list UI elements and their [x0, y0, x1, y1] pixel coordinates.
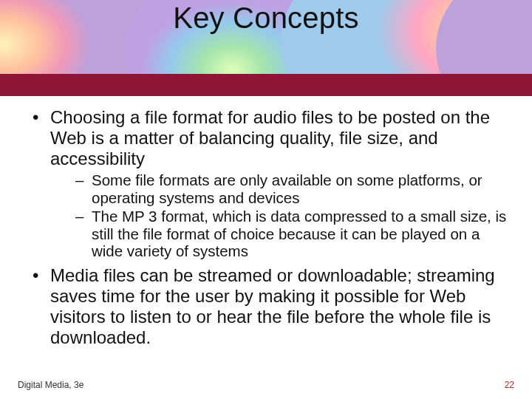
footer-source: Digital Media, 3e — [18, 380, 83, 390]
slide-title: Key Concepts — [0, 1, 532, 35]
bullet-item: Media files can be streamed or downloada… — [28, 265, 507, 347]
sub-bullet-item: Some file formats are only available on … — [50, 171, 507, 206]
bullet-list: Choosing a file format for audio files t… — [28, 107, 507, 348]
footer-page-number: 22 — [505, 380, 514, 390]
slide-body: Choosing a file format for audio files t… — [28, 107, 507, 352]
bullet-text: Choosing a file format for audio files t… — [50, 107, 490, 168]
sub-bullet-list: Some file formats are only available on … — [50, 171, 507, 259]
bullet-item: Choosing a file format for audio files t… — [28, 107, 507, 259]
accent-bar — [0, 74, 532, 96]
slide: Key Concepts Choosing a file format for … — [0, 0, 532, 399]
bullet-text: Media files can be streamed or downloada… — [50, 265, 495, 347]
sub-bullet-item: The MP 3 format, which is data compresse… — [50, 208, 507, 259]
sub-bullet-text: The MP 3 format, which is data compresse… — [92, 208, 506, 259]
sub-bullet-text: Some file formats are only available on … — [92, 171, 482, 205]
